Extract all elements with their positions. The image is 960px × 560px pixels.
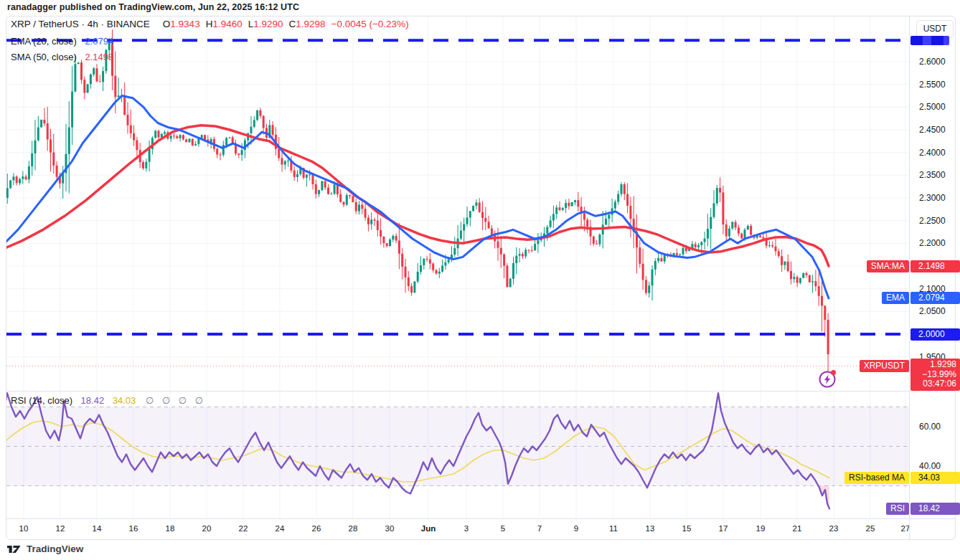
sma-legend-value: 2.1498	[85, 52, 113, 62]
price-tick-label: 2.0500	[919, 306, 946, 316]
time-axis-label: Jun	[421, 524, 436, 533]
rsi-value-label: 18.42	[910, 503, 960, 515]
price-tick-label: 2.5500	[919, 80, 946, 90]
chart-canvas[interactable]	[0, 0, 960, 560]
tradingview-logo-text: TradingView	[27, 544, 83, 554]
price-tick-label: 2.2500	[919, 216, 946, 226]
symbol-legend[interactable]: XRP / TetherUS · 4h · BINANCEO1.9343H1.9…	[11, 19, 409, 29]
last-price-label: 1.9298 −13.99% 03:47:06	[910, 359, 960, 391]
ema-legend[interactable]: EMA (20, close) 2.0794	[11, 36, 113, 47]
time-axis-label: 30	[385, 524, 395, 533]
time-axis-label: 27	[901, 524, 909, 533]
candlestick-series[interactable]	[4, 29, 829, 379]
last-price-symbol-tag: XRPUSDT	[860, 360, 909, 372]
time-axis-label: 22	[239, 524, 248, 533]
rsi-tag: RSI	[886, 503, 909, 515]
ohlc-values: O1.9343H1.9460L1.9290C1.9298	[157, 19, 326, 29]
time-axis-label: 15	[682, 524, 692, 533]
time-axis-label: 14	[93, 524, 102, 533]
time-axis[interactable]: 1012141618202224262830Jun357911131517192…	[6, 518, 909, 540]
time-axis-label: 9	[574, 524, 578, 533]
price-tick-label: 2.6000	[919, 57, 946, 67]
sma-price-label: 2.1498	[910, 260, 960, 272]
last-price-value: 1.9298	[915, 360, 956, 370]
rsi-band	[6, 407, 909, 486]
time-axis-label: 3	[464, 524, 469, 533]
rsi-ma-legend-value: 34.03	[113, 395, 136, 406]
change-value: −0.0045 (−0.23%)	[331, 19, 409, 29]
rsi-ma-value-label: 34.03	[910, 472, 960, 484]
rsi-tick-label: 40.00	[919, 461, 941, 471]
rsi-legend-name[interactable]: RSI (14, close)	[11, 395, 72, 406]
ohlc-value: 1.9290	[253, 19, 283, 29]
time-axis-label: 21	[793, 524, 802, 533]
price-tick-label: 2.2000	[919, 238, 946, 248]
published-chart-page: ranadagger published on TradingView.com,…	[0, 0, 960, 560]
ohlc-value: 1.9298	[296, 19, 325, 29]
price-tick-label: 2.4500	[919, 125, 946, 135]
time-axis-label: 18	[166, 524, 175, 533]
rsi-legend-value: 18.42	[81, 395, 105, 406]
time-axis-label: 11	[609, 524, 618, 533]
ema-legend-value: 2.0794	[85, 36, 113, 47]
countdown-timer: 03:47:06	[915, 379, 956, 389]
time-axis-label: 7	[537, 524, 542, 533]
rsi-ma-tag: RSI-based MA	[844, 472, 909, 484]
time-axis-label: 19	[756, 524, 766, 533]
hidden-values-icons: ∅ ∅ ∅ ∅	[146, 395, 206, 406]
time-axis-label: 23	[829, 524, 839, 533]
ohlc-letter: O	[163, 19, 171, 29]
time-axis-label: 26	[312, 524, 321, 533]
upper-line-price-label	[910, 36, 949, 45]
flash-event-icon[interactable]	[820, 370, 837, 387]
time-axis-label: 5	[501, 524, 505, 533]
tradingview-attribution[interactable]: TradingView	[7, 544, 83, 554]
tradingview-logo-icon	[7, 544, 23, 554]
sma-legend-name[interactable]: SMA (50, close)	[11, 52, 77, 62]
time-axis-label: 28	[349, 524, 358, 533]
sma-legend[interactable]: SMA (50, close) 2.1498	[11, 52, 113, 62]
time-axis-label: 16	[129, 524, 138, 533]
price-tick-label: 2.5000	[919, 102, 946, 112]
ema20-line[interactable]	[0, 96, 829, 298]
time-axis-label: 10	[19, 524, 29, 533]
rsi-legend[interactable]: RSI (14, close) 18.42 34.03 ∅ ∅ ∅ ∅	[11, 395, 206, 406]
ema-price-label: 2.0794	[910, 292, 960, 304]
time-axis-label: 24	[276, 524, 285, 533]
support-level-label: 2.0000	[910, 328, 960, 341]
ohlc-letter: H	[206, 19, 213, 29]
pane-divider[interactable]	[6, 391, 956, 391]
last-price-change: −13.99%	[915, 370, 956, 380]
rsi-tick-label: 60.00	[919, 422, 941, 432]
price-tick-label: 2.3000	[919, 193, 946, 203]
ohlc-value: 1.9343	[170, 19, 199, 29]
ema-price-tag: EMA	[882, 292, 909, 304]
ohlc-value: 1.9460	[212, 19, 242, 29]
time-axis-label: 17	[719, 524, 728, 533]
price-tick-label: 2.4000	[919, 148, 946, 158]
time-axis-label: 25	[866, 524, 875, 533]
sma-price-tag: SMA:MA	[867, 260, 909, 272]
time-axis-label: 20	[202, 524, 212, 533]
time-axis-label: 13	[646, 524, 655, 533]
symbol-title[interactable]: XRP / TetherUS · 4h · BINANCE	[11, 19, 150, 29]
time-axis-label: 12	[56, 524, 65, 533]
ohlc-letter: C	[289, 19, 296, 29]
ema-legend-name[interactable]: EMA (20, close)	[11, 36, 77, 47]
price-tick-label: 2.3500	[919, 170, 946, 180]
